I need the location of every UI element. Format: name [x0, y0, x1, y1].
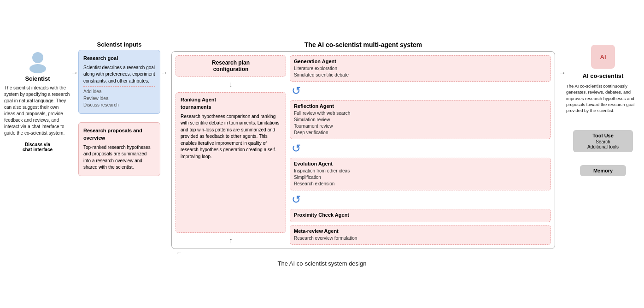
diagram-caption: The AI co-scientist system design: [278, 260, 367, 267]
meta-review-agent-block: Meta-review Agent Research overview form…: [290, 225, 551, 245]
arrow-right-icon: →: [71, 69, 78, 77]
research-goal-box: Research goal Scientist describes a rese…: [78, 50, 160, 114]
generation-agent-block: Generation Agent Literature exploration …: [290, 55, 551, 82]
scientist-column: Scientist The scientist interacts with t…: [4, 41, 71, 152]
ai-description: The AI co-scientist continuously generat…: [566, 83, 640, 113]
scientist-inputs-column: Scientist inputs Research goal Scientist…: [78, 41, 160, 176]
agents-column: Generation Agent Literature exploration …: [290, 55, 551, 245]
svg-point-0: [32, 52, 43, 63]
center-title: The AI co-scientist multi-agent system: [304, 41, 422, 48]
center-column: The AI co-scientist multi-agent system R…: [168, 41, 559, 256]
center-left: Research plan configuration ↓ Ranking Ag…: [176, 55, 286, 245]
ai-title: AI co-scientist: [583, 72, 624, 79]
proximity-agent-block: Proximity Check Agent: [290, 209, 551, 222]
generation-agent-title: Generation Agent: [294, 59, 547, 64]
evolution-agent-title: Evolution Agent: [294, 161, 547, 166]
cycle-arrow-3-icon: ↺: [292, 194, 551, 205]
main-row: Scientist The scientist interacts with t…: [4, 41, 640, 256]
research-goal-title: Research goal: [83, 55, 155, 62]
tool-item-1: Additional tools: [579, 144, 627, 149]
action-add-idea: Add idea: [83, 89, 155, 95]
scientist-to-inputs-arrow: →: [71, 41, 78, 77]
tool-item-0: Search: [579, 139, 627, 144]
ranking-agent-title: Ranking Agent tournaments: [181, 96, 281, 111]
proposals-box: Research proposals and overview Top-rank…: [78, 122, 160, 176]
evolution-agent-block: Evolution Agent Inspiration from other i…: [290, 158, 551, 190]
ref-item-3: Deep verification: [294, 130, 547, 136]
ai-label: AI: [600, 53, 606, 60]
evo-item-2: Research extension: [294, 181, 547, 187]
up-arrow-icon: ↑: [176, 237, 286, 245]
meta-review-agent-title: Meta-review Agent: [294, 228, 547, 234]
research-plan-title: Research plan configuration: [181, 59, 281, 72]
tool-use-box: Tool Use Search Additional tools: [573, 130, 633, 152]
diagram-wrapper: Scientist The scientist interacts with t…: [4, 41, 640, 267]
scientist-description: The scientist interacts with the system …: [4, 85, 71, 136]
cycle-arrow-2-icon: ↺: [292, 143, 551, 154]
reflection-agent-block: Reflection Agent Full review with web se…: [290, 100, 551, 139]
down-arrow-icon: ↓: [176, 80, 286, 89]
bottom-return-arrow: ←: [171, 249, 555, 256]
tool-use-title: Tool Use: [579, 133, 627, 138]
memory-box: Memory: [580, 165, 626, 176]
ai-avatar-box: AI: [591, 45, 615, 69]
scientist-label: Scientist: [25, 75, 50, 82]
research-actions: Add idea Review idea Discuss research: [83, 86, 155, 109]
ref-item-2: Tournament review: [294, 123, 547, 130]
proposals-title: Research proposals and overview: [83, 127, 155, 142]
meta-item-0: Research overview formulation: [294, 235, 547, 242]
proximity-agent-title: Proximity Check Agent: [294, 212, 547, 218]
inputs-to-center-arrow: →: [160, 41, 168, 77]
ranking-agent-box: Ranking Agent tournaments Research hypot…: [176, 92, 286, 233]
center-inner-box: Research plan configuration ↓ Ranking Ag…: [171, 51, 555, 249]
research-goal-description: Scientist describes a research goal alon…: [83, 65, 155, 85]
arrow-right-icon-2: →: [160, 69, 168, 77]
research-plan-box: Research plan configuration: [176, 55, 286, 77]
gen-item-0: Literature exploration: [294, 65, 547, 72]
center-to-ai-arrow: →: [559, 41, 566, 77]
memory-label: Memory: [593, 168, 613, 173]
ranking-agent-description: Research hypotheses comparison and ranki…: [181, 113, 281, 160]
left-arrow-icon: ←: [176, 249, 182, 256]
ref-item-0: Full review with web search: [294, 110, 547, 117]
scientist-avatar-icon: [26, 49, 50, 73]
action-discuss-research: Discuss research: [83, 102, 155, 109]
ref-item-1: Simulation review: [294, 117, 547, 123]
evo-item-1: Simplification: [294, 174, 547, 181]
gen-item-1: Simulated scientific debate: [294, 72, 547, 78]
discuss-label: Discuss via chat interface: [23, 142, 53, 152]
action-review-idea: Review idea: [83, 95, 155, 102]
reflection-agent-title: Reflection Agent: [294, 103, 547, 109]
inputs-section-title: Scientist inputs: [78, 41, 160, 48]
arrow-right-icon-3: →: [559, 69, 566, 77]
ai-coscientist-column: AI AI co-scientist The AI co-scientist c…: [566, 41, 640, 176]
cycle-arrow-1-icon: ↺: [292, 85, 551, 96]
evo-item-0: Inspiration from other ideas: [294, 168, 547, 174]
svg-point-1: [29, 64, 46, 73]
proposals-description: Top-ranked research hypotheses and propo…: [83, 144, 155, 171]
